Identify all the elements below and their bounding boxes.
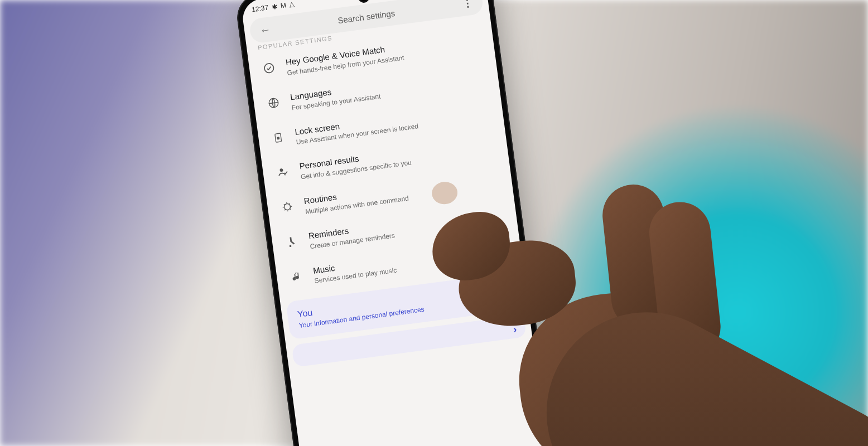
- reminders-icon: [284, 234, 300, 250]
- overflow-menu-button[interactable]: ⋮: [457, 0, 478, 9]
- routines-icon: [279, 198, 295, 215]
- svg-point-5: [284, 203, 291, 210]
- notification-icon: △: [289, 1, 295, 8]
- globe-icon: [266, 95, 282, 111]
- svg-point-0: [264, 63, 274, 74]
- personal-results-icon: [274, 164, 291, 180]
- status-time: 12:37: [251, 3, 269, 13]
- more-vert-icon: ⋮: [462, 0, 473, 9]
- svg-point-4: [279, 168, 283, 172]
- svg-point-6: [289, 245, 291, 247]
- music-icon: [288, 268, 305, 284]
- svg-rect-3: [277, 137, 279, 139]
- back-button[interactable]: ←: [255, 23, 275, 36]
- voice-match-icon: [261, 60, 277, 76]
- chevron-right-icon: ›: [513, 324, 518, 336]
- settings-list: Hey Google & Voice Match Get hands-free …: [247, 21, 523, 298]
- slack-icon: ✱: [271, 3, 277, 10]
- lock-screen-icon: [270, 129, 286, 146]
- gmail-icon: M: [280, 2, 286, 9]
- arrow-left-icon: ←: [259, 23, 271, 36]
